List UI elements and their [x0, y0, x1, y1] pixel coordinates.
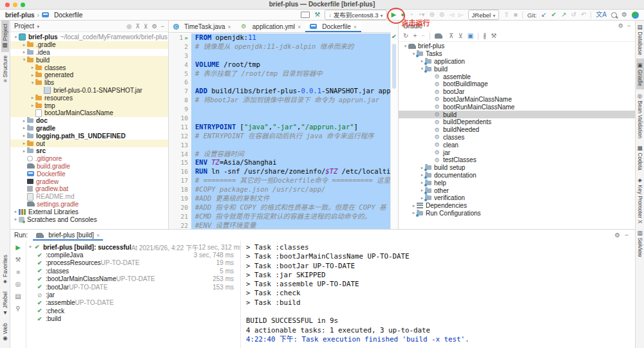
build-result-row[interactable]: ✔:build: [26, 315, 240, 323]
tool-button-web[interactable]: ◉ Web: [1, 320, 9, 345]
project-tree-row[interactable]: ▸gradle: [10, 125, 168, 133]
jrebel-run-icon[interactable]: ◅: [449, 11, 454, 19]
attach-debugger-icon[interactable]: ⊛: [439, 11, 444, 19]
gradle-task-row[interactable]: ⚙buildNeeded: [399, 126, 635, 134]
search-everywhere-icon[interactable]: [611, 12, 617, 18]
project-tree-row[interactable]: build.gradle: [10, 163, 168, 170]
breadcrumb-project[interactable]: brief-plus: [5, 12, 35, 19]
project-tree-row[interactable]: README.md: [10, 193, 168, 201]
build-settings-icon[interactable]: ⚒: [491, 32, 497, 40]
project-tree-row[interactable]: ▸src: [10, 147, 168, 155]
project-tree-row[interactable]: ▾libs: [10, 79, 168, 87]
gradle-task-row[interactable]: ▸Dependencies: [399, 202, 635, 210]
gradle-task-row[interactable]: ▸application: [399, 58, 635, 66]
close-icon[interactable]: [354, 23, 357, 30]
chevron-right-icon[interactable]: ▸: [21, 125, 27, 131]
rerun-icon[interactable]: ▶: [15, 244, 21, 252]
gradle-task-row[interactable]: ⚙classes: [399, 134, 635, 142]
build-result-row[interactable]: ✔:processResources UP-TO-DATE19 ms: [26, 259, 240, 267]
hide-panel-icon[interactable]: −: [627, 22, 630, 30]
gradle-task-row[interactable]: ▸build setup: [399, 164, 635, 172]
project-tree-row[interactable]: ▾build: [10, 56, 168, 64]
settings-gear-icon[interactable]: ⚙: [621, 11, 627, 19]
chevron-right-icon[interactable]: ▸: [21, 133, 27, 138]
breadcrumb-file[interactable]: Dockerfile: [54, 12, 82, 19]
gradle-task-row[interactable]: ⚙bootJar: [399, 88, 635, 96]
build-result-row[interactable]: ✔:bootJarMainClassName UP-TO-DATE253 ms: [26, 275, 240, 283]
gradle-task-row[interactable]: ▸help: [399, 179, 635, 187]
refresh-gradle-icon[interactable]: ↻: [403, 32, 408, 40]
gradle-task-row[interactable]: ▸verification: [399, 194, 635, 202]
close-icon[interactable]: [298, 23, 301, 30]
project-panel-title[interactable]: Project: [14, 23, 34, 30]
gradle-task-row[interactable]: ▾Tasks: [399, 50, 635, 58]
offline-mode-icon[interactable]: ∦: [483, 32, 486, 40]
scroll-to-end-icon[interactable]: ↧: [636, 240, 644, 249]
build-hammer-icon[interactable]: ⚒: [314, 11, 320, 19]
chevron-down-icon[interactable]: ▾: [27, 244, 33, 250]
gradle-task-row[interactable]: ⚙bootBuildImage: [399, 80, 635, 88]
chevron-right-icon[interactable]: ▸: [21, 42, 27, 48]
tool-button-project[interactable]: ▦ Project: [1, 21, 9, 52]
gradle-task-row[interactable]: ⚙build: [399, 111, 635, 118]
profiler-dropdown-icon[interactable]: ◔▾: [417, 11, 424, 19]
chevron-right-icon[interactable]: ▸: [30, 65, 35, 70]
editor-tab-dockerfile[interactable]: Dockerfile: [305, 21, 361, 32]
run-button[interactable]: ▶点击运行: [392, 11, 397, 19]
git-push-icon[interactable]: ↗: [561, 11, 566, 19]
project-tree-row[interactable]: ▸External Libraries: [10, 208, 168, 215]
jrebel-dropdown[interactable]: JRebel: [468, 10, 500, 20]
locate-file-icon[interactable]: ◎: [127, 23, 132, 30]
settings-gear-icon[interactable]: ⚙: [614, 232, 620, 239]
gradle-task-row[interactable]: ▸Run Configurations: [399, 210, 635, 217]
project-tree-row[interactable]: settings.gradle: [10, 201, 168, 208]
tool-button-jrebel[interactable]: ▲ JRebel: [1, 288, 9, 320]
gradle-task-row[interactable]: ▸documentation: [399, 172, 635, 179]
chevron-down-icon[interactable]: ▾: [21, 57, 27, 62]
project-tree-row[interactable]: brief-plus-0.0.1-SNAPSHOT.jar: [10, 87, 168, 95]
chevron-right-icon[interactable]: ▸: [21, 149, 27, 154]
gradle-task-row[interactable]: ▾build: [399, 65, 635, 73]
console-icon[interactable]: ▤: [15, 293, 21, 300]
detach-project-icon[interactable]: −: [421, 32, 425, 40]
gradle-task-row[interactable]: ⚙jar: [399, 149, 635, 156]
project-tree-row[interactable]: Dockerfile: [10, 170, 168, 178]
close-icon[interactable]: [97, 232, 100, 239]
gradle-task-row[interactable]: ⚙assemble: [399, 73, 635, 80]
build-result-row[interactable]: ✔:classes5 ms: [26, 267, 240, 275]
jrebel-debug-icon[interactable]: ▻: [459, 11, 464, 19]
stop-icon[interactable]: ■: [16, 268, 20, 276]
settings-gear-icon[interactable]: ⚙: [618, 22, 623, 30]
project-tree-row[interactable]: ▾brief-plus~/local_code/MyFramework/brie…: [10, 33, 168, 41]
build-result-row[interactable]: ✔:compileJava3 sec, 748 ms: [26, 251, 240, 259]
code-editor[interactable]: 1»FROM openjdk:112# 镜像是从 openjdk:11-jdk-…: [169, 32, 398, 229]
chevron-right-icon[interactable]: ▸: [30, 73, 35, 78]
project-tree-row[interactable]: ▸logging.path_IS_UNDEFINED: [10, 132, 168, 140]
chevron-down-icon[interactable]: ▾: [402, 44, 408, 49]
chevron-right-icon[interactable]: ▸: [21, 141, 27, 146]
git-update-icon[interactable]: ↙: [541, 11, 546, 19]
coverage-icon[interactable]: ◔: [409, 11, 413, 19]
chevron-down-icon[interactable]: [37, 23, 39, 30]
print-icon[interactable]: ≡: [636, 249, 644, 258]
group-tasks-icon[interactable]: ▣: [468, 32, 473, 40]
project-tree-row[interactable]: .gitignore: [10, 155, 168, 163]
collapse-all-icon[interactable]: ⊻: [458, 32, 462, 40]
build-result-row[interactable]: ✔:bootJar UP-TO-DATE153 ms: [26, 283, 240, 291]
chevron-down-icon[interactable]: ▾: [13, 35, 19, 40]
chevron-right-icon[interactable]: ▸: [13, 209, 19, 214]
git-commit-icon[interactable]: ✔: [551, 11, 556, 19]
close-icon[interactable]: [228, 23, 231, 30]
gradle-task-row[interactable]: ⚙testClasses: [399, 156, 635, 164]
tool-button-key-promoter-x[interactable]: ◈ Key Promoter X: [636, 174, 644, 226]
translate-icon[interactable]: 文A: [596, 11, 607, 19]
filter-icon[interactable]: ◎: [15, 280, 21, 288]
editor-scrollbar[interactable]: ✔: [390, 32, 398, 229]
chevron-down-icon[interactable]: ▾: [30, 80, 35, 86]
build-result-row[interactable]: ⊘:jar: [26, 291, 240, 298]
gradle-task-row[interactable]: ⚙bootJarMainClassName: [399, 96, 635, 104]
gradle-task-row[interactable]: ⚙clean: [399, 141, 635, 149]
collapse-all-icon[interactable]: ⊻: [144, 23, 148, 30]
screen-share-icon[interactable]: [301, 12, 310, 18]
attach-profiler-icon[interactable]: ⊕: [429, 11, 434, 19]
